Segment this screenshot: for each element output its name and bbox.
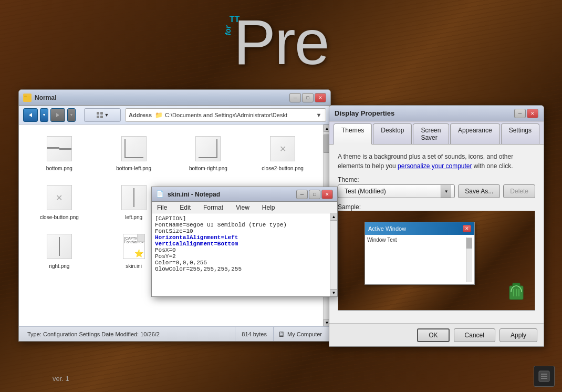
file-item[interactable]: bottom.png: [23, 129, 96, 176]
address-label: Address: [129, 112, 152, 118]
back-button[interactable]: [23, 108, 38, 122]
file-icon-close-btn: ✕: [44, 182, 75, 213]
explorer-close-btn[interactable]: ✕: [315, 93, 326, 102]
notepad-scroll-track[interactable]: [330, 221, 337, 289]
version-label: ver. 1: [53, 375, 69, 383]
file-label: close-button.png: [40, 214, 79, 220]
png-thumbnail: [195, 136, 221, 161]
notepad-title: skin.ini - Notepad: [168, 191, 296, 198]
file-label: bottom-right.png: [189, 166, 227, 171]
forward-button[interactable]: [50, 108, 65, 122]
notepad-line-6: PosX=0: [155, 247, 327, 253]
explorer-titlebar[interactable]: Normal ─ □ ✕: [19, 90, 330, 106]
file-icon-close2-btn: ✕: [267, 133, 298, 164]
file-label: right.png: [49, 263, 69, 269]
explorer-title: Normal: [35, 94, 289, 101]
view-selector[interactable]: ▼: [84, 108, 121, 122]
png-thumbnail: [47, 234, 72, 259]
tab-appearance[interactable]: Appearance: [450, 123, 500, 144]
corner-icon: [534, 366, 555, 387]
theme-dropdown-arrow[interactable]: ▼: [441, 185, 451, 198]
png-thumbnail: ✕: [270, 136, 295, 161]
file-item[interactable]: bottom-right.png: [172, 129, 245, 176]
notepad-line-7: PosY=2: [155, 253, 327, 260]
notepad-menubar: File Edit Format View Help: [152, 202, 337, 213]
notepad-titlebar[interactable]: 📄 skin.ini - Notepad ─ □ ✕: [152, 187, 337, 202]
forward-dropdown-btn[interactable]: ▼: [67, 108, 76, 122]
notepad-line-5: VerticalAlignment=Bottom: [155, 241, 327, 247]
back-dropdown-btn[interactable]: ▼: [40, 108, 48, 122]
notepad-scroll-up[interactable]: ▲: [330, 213, 337, 221]
recycle-bin-icon: [508, 282, 524, 301]
svg-rect-11: [100, 116, 103, 118]
file-item[interactable]: ✕ close2-button.png: [246, 129, 319, 176]
address-folder-icon: 📁: [155, 111, 163, 119]
file-item[interactable]: right.png: [23, 226, 96, 273]
explorer-maximize-btn[interactable]: □: [302, 93, 314, 102]
menu-view[interactable]: View: [233, 203, 253, 212]
notepad-close-btn[interactable]: ✕: [321, 190, 333, 199]
theme-dropdown[interactable]: Test (Modified) ▼: [338, 184, 455, 198]
notepad-maximize-btn[interactable]: □: [309, 190, 320, 199]
address-dropdown-btn[interactable]: ▼: [315, 112, 322, 118]
file-icon-bottom-left: [118, 133, 150, 164]
file-label: bottom-left.png: [116, 166, 151, 171]
sample-scroll-thumb: [466, 238, 472, 249]
dp-minimize-btn[interactable]: ─: [514, 109, 526, 118]
sample-window-close-btn: ✕: [463, 225, 471, 232]
address-path: 📁 C:\Documents and Settings\Administrato…: [155, 111, 315, 119]
png-thumbnail: ✕: [47, 185, 72, 210]
status-size: 814 bytes: [235, 327, 274, 341]
save-as-button[interactable]: Save As...: [458, 184, 500, 198]
dp-titlebar[interactable]: Display Properties ─ ✕: [329, 106, 544, 121]
notepad-window-controls: ─ □ ✕: [296, 190, 333, 199]
menu-edit[interactable]: Edit: [176, 203, 194, 212]
svg-rect-8: [97, 112, 99, 115]
file-icon-left: [118, 182, 150, 213]
personalize-link[interactable]: personalize your computer: [398, 162, 472, 170]
tab-desktop[interactable]: Desktop: [373, 123, 412, 144]
file-item[interactable]: ✕ close-button.png: [23, 178, 96, 224]
tab-themes[interactable]: Themes: [334, 123, 372, 145]
svg-rect-10: [97, 116, 99, 118]
file-icon-skin-ini: [CAPTION] FontName= ⭐: [118, 231, 150, 262]
sample-scrollbar: [466, 237, 472, 282]
address-bar[interactable]: Address 📁 C:\Documents and Settings\Admi…: [125, 108, 326, 122]
explorer-minimize-btn[interactable]: ─: [289, 93, 301, 102]
menu-file[interactable]: File: [154, 203, 170, 212]
header-branding: TT for Pre: [234, 11, 329, 74]
ok-button[interactable]: OK: [417, 328, 449, 342]
file-item[interactable]: bottom-left.png: [98, 129, 170, 176]
notepad-line-9: GlowColor=255,255,255,255: [155, 266, 327, 272]
notepad-scroll-down[interactable]: ▼: [330, 289, 337, 296]
dp-footer: OK Cancel Apply: [329, 323, 544, 346]
dp-tabs: Themes Desktop Screen Saver Appearance S…: [329, 121, 544, 145]
notepad-line-1: [CAPTION]: [155, 215, 327, 222]
notepad-line-8: Color=0,0,0,255: [155, 260, 327, 266]
notepad-line-3: FontSize=10: [155, 228, 327, 234]
notepad-content-area: [CAPTION] FontName=Segoe UI Semibold (tr…: [152, 213, 337, 296]
for-text: for: [224, 26, 232, 36]
file-icon-bottom-png: [44, 133, 75, 164]
delete-button[interactable]: Delete: [503, 184, 535, 198]
menu-format[interactable]: Format: [200, 203, 226, 212]
notepad-window: 📄 skin.ini - Notepad ─ □ ✕ File Edit For…: [151, 187, 338, 297]
svg-rect-5: [24, 96, 27, 97]
dp-close-btn[interactable]: ✕: [527, 109, 538, 118]
explorer-toolbar: ▼ ▼ ▼ Address 📁 C:\Documents and S: [19, 106, 330, 125]
menu-help[interactable]: Help: [259, 203, 278, 212]
tab-screen-saver[interactable]: Screen Saver: [413, 123, 449, 144]
svg-rect-9: [100, 112, 103, 115]
apply-button[interactable]: Apply: [499, 328, 537, 342]
notepad-text[interactable]: [CAPTION] FontName=Segoe UI Semibold (tr…: [152, 213, 330, 296]
tab-settings[interactable]: Settings: [501, 123, 539, 144]
notepad-minimize-btn[interactable]: ─: [296, 190, 308, 199]
notepad-scrollbar[interactable]: ▲ ▼: [330, 213, 337, 296]
png-thumbnail: [121, 136, 147, 161]
pre-text: Pre: [234, 11, 329, 74]
dp-body: A theme is a background plus a set of so…: [329, 145, 544, 323]
cancel-button[interactable]: Cancel: [454, 328, 495, 342]
png-thumbnail: [121, 185, 147, 210]
file-label: close2-button.png: [262, 166, 304, 171]
explorer-statusbar: Type: Configuration Settings Date Modifi…: [19, 326, 330, 341]
